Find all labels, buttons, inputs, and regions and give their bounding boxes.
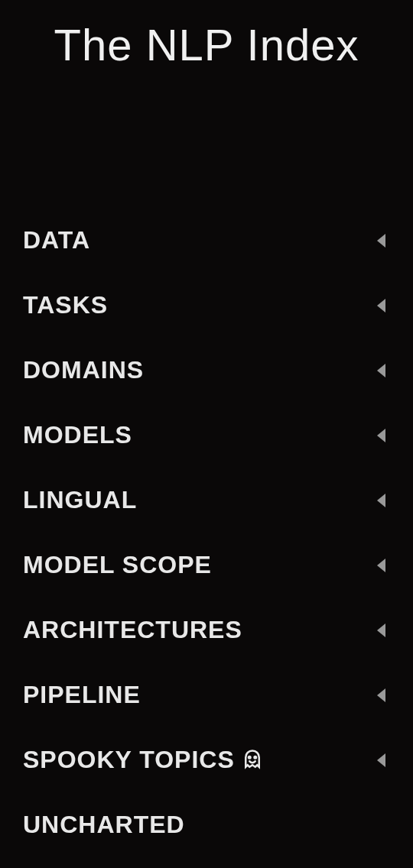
nav-item-lingual[interactable]: LINGUAL xyxy=(23,468,390,533)
triangle-left-icon xyxy=(377,429,385,442)
nav-item-domains[interactable]: DOMAINS xyxy=(23,338,390,403)
nav-list: DATATASKSDOMAINSMODELSLINGUALMODEL SCOPE… xyxy=(0,208,413,857)
nav-item-label: PIPELINE xyxy=(23,681,141,709)
triangle-left-icon xyxy=(377,299,385,313)
nav-item-model-scope[interactable]: MODEL SCOPE xyxy=(23,533,390,598)
nav-item-architectures[interactable]: ARCHITECTURES xyxy=(23,598,390,662)
nav-item-label: LINGUAL xyxy=(23,486,137,514)
nav-item-label: UNCHARTED xyxy=(23,811,185,839)
triangle-left-icon xyxy=(377,364,385,377)
svg-point-1 xyxy=(254,756,256,759)
triangle-left-icon xyxy=(377,494,385,507)
triangle-left-icon xyxy=(377,688,385,702)
nav-item-label: DATA xyxy=(23,226,90,254)
nav-item-label: SPOOKY TOPICS xyxy=(23,746,264,774)
triangle-left-icon xyxy=(377,623,385,637)
nav-item-label: MODEL SCOPE xyxy=(23,551,212,579)
triangle-left-icon xyxy=(377,753,385,767)
triangle-left-icon xyxy=(377,559,385,572)
nav-item-label: ARCHITECTURES xyxy=(23,616,242,644)
svg-point-0 xyxy=(249,756,251,759)
ghost-icon xyxy=(241,749,264,772)
nav-item-tasks[interactable]: TASKS xyxy=(23,273,390,338)
nav-item-models[interactable]: MODELS xyxy=(23,403,390,468)
nav-item-label: DOMAINS xyxy=(23,356,144,384)
header: The NLP Index xyxy=(0,0,413,70)
nav-item-data[interactable]: DATA xyxy=(23,208,390,273)
nav-item-label: MODELS xyxy=(23,421,132,449)
page-title: The NLP Index xyxy=(0,19,413,70)
nav-item-uncharted[interactable]: UNCHARTED xyxy=(23,792,390,857)
nav-item-spooky-topics[interactable]: SPOOKY TOPICS xyxy=(23,727,390,792)
nav-item-pipeline[interactable]: PIPELINE xyxy=(23,662,390,727)
triangle-left-icon xyxy=(377,234,385,248)
nav-item-label: TASKS xyxy=(23,291,108,319)
